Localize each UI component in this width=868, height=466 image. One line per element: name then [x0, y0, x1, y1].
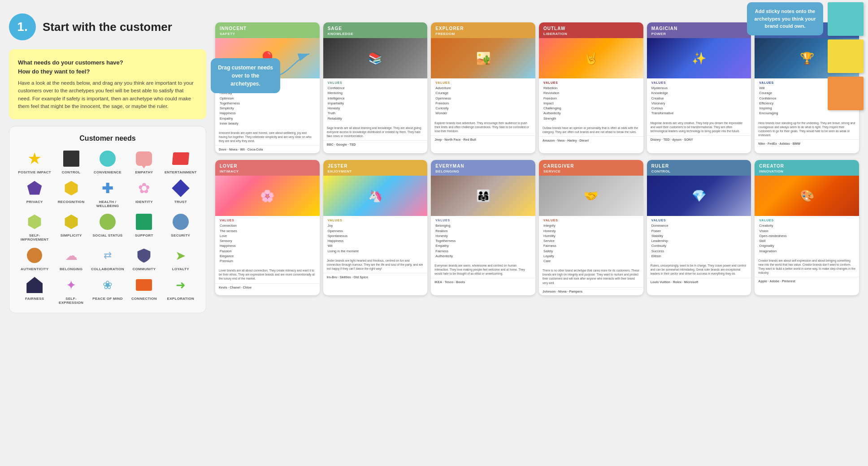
- need-community[interactable]: COMMUNITY: [127, 246, 161, 271]
- need-recognition[interactable]: RECOGNITION: [54, 179, 88, 208]
- need-label: IDENTITY: [135, 200, 153, 204]
- need-label: ENTERTAINMENT: [165, 170, 197, 174]
- need-loyalty[interactable]: ➤ LOYALTY: [164, 246, 198, 271]
- need-self-improvement[interactable]: SELF-IMPROVEMENT: [17, 212, 52, 242]
- need-control[interactable]: CONTROL: [54, 149, 88, 174]
- need-label: COLLABORATION: [91, 267, 124, 271]
- lover-description: Lover brands are all about connection. T…: [215, 266, 320, 283]
- sticky-note-yellow[interactable]: [828, 39, 864, 73]
- need-privacy[interactable]: PRIVACY: [17, 179, 52, 208]
- explorer-subtitle: FREEDOM: [435, 32, 531, 36]
- need-entertainment[interactable]: ENTERTAINMENT: [164, 149, 198, 174]
- sage-values-label: VALUES: [328, 81, 423, 84]
- need-label: HEALTH / WELLBEING: [91, 200, 125, 208]
- need-convenience[interactable]: CONVENIENCE: [91, 149, 125, 174]
- outlaw-description: Outlaw brands have an opinion or persona…: [539, 124, 643, 136]
- archetype-caregiver[interactable]: CAREGIVER SERVICE 🤝 VALUES Integrity Hon…: [539, 160, 643, 295]
- need-label: CONVENIENCE: [94, 170, 122, 174]
- hexagon-yellow-icon: [63, 180, 79, 196]
- sticky-note-teal[interactable]: [828, 2, 864, 36]
- need-health[interactable]: ✚ HEALTH / WELLBEING: [91, 179, 125, 208]
- hexagon-green-icon: [26, 214, 43, 230]
- step-number: 1.: [9, 13, 36, 40]
- everyman-values-label: VALUES: [435, 219, 531, 222]
- outlaw-image: 🤘: [539, 38, 643, 78]
- need-label: RECOGNITION: [58, 200, 85, 204]
- cloud-icon: ☁: [65, 248, 78, 263]
- need-belonging[interactable]: ☁ BELONGING: [54, 246, 88, 271]
- hexagon-yellow2-icon: [63, 214, 79, 230]
- caregiver-description: There is no other brand archetype that c…: [539, 266, 643, 287]
- circle-blue-icon: [173, 214, 189, 230]
- bottom-archetypes-row: LOVER INTIMACY 🌸 VALUES Connection The s…: [215, 160, 859, 295]
- need-self-expression[interactable]: ✦ SELF-EXPRESSION: [54, 276, 88, 305]
- need-fairness[interactable]: FAIRNESS: [17, 276, 52, 305]
- archetype-sage[interactable]: SAGE KNOWLEDGE 📚 VALUES Confidence Mento…: [323, 22, 428, 153]
- ruler-values-label: VALUES: [651, 219, 747, 222]
- everyman-description: Everyman brands are warm, wholesome and …: [431, 261, 535, 278]
- cross-icon: ✚: [102, 181, 113, 196]
- need-security[interactable]: SECURITY: [164, 212, 198, 242]
- creator-subtitle: INNOVATION: [759, 169, 855, 173]
- everyman-values: VALUES Belonging Realism Honesty Togethe…: [431, 216, 535, 261]
- flower-blue-icon: ❀: [103, 278, 113, 292]
- need-simplicity[interactable]: SIMPLICITY: [54, 212, 88, 242]
- need-collaboration[interactable]: ⇄ COLLABORATION: [91, 246, 125, 271]
- add-sticky-callout: Add sticky notes onto the archetypes you…: [747, 2, 823, 35]
- sage-values: VALUES Confidence Mentoring Intelligence…: [323, 78, 428, 124]
- archetype-ruler[interactable]: RULER CONTROL 💎 VALUES Dominance Power S…: [647, 160, 751, 295]
- sticky-note-orange[interactable]: [828, 77, 864, 110]
- jester-subtitle: ENJOYMENT: [328, 169, 423, 173]
- jester-description: Jester brands are light-hearted and friv…: [323, 256, 428, 273]
- jester-brands: Irn-Bru · Skittles · Old Spice: [323, 273, 428, 281]
- need-label: SIMPLICITY: [61, 233, 82, 237]
- star-icon: ★: [27, 151, 42, 167]
- need-trust[interactable]: TRUST: [164, 179, 198, 208]
- archetype-explorer[interactable]: EXPLORER FREEDOM 🏜️ VALUES Adventure Cou…: [431, 22, 535, 153]
- need-exploration[interactable]: ➜ EXPLORATION: [164, 276, 198, 305]
- creator-description: Creator brands are about self-expression…: [755, 256, 859, 277]
- need-connection[interactable]: CONNECTION: [127, 276, 161, 305]
- need-peace-of-mind[interactable]: ❀ PEACE OF MIND: [91, 276, 125, 305]
- ruler-image: 💎: [647, 176, 751, 216]
- need-social-status[interactable]: SOCIAL STATUS: [91, 212, 125, 242]
- speech-bubble-icon: [136, 151, 152, 166]
- explorer-description: Explorer brands love adventure. They enc…: [431, 119, 535, 135]
- ruler-subtitle: CONTROL: [651, 169, 747, 173]
- explorer-image: 🏜️: [431, 38, 535, 78]
- square-green-icon: [136, 214, 152, 230]
- rectangle-icon: [172, 152, 189, 165]
- archetype-lover[interactable]: LOVER INTIMACY 🌸 VALUES Connection The s…: [215, 160, 320, 295]
- caregiver-title: CAREGIVER: [543, 164, 639, 168]
- need-positive-impact[interactable]: ★ POSITIVE IMPACT: [17, 149, 52, 174]
- arrow-right-icon: ➤: [175, 248, 186, 263]
- lover-image: 🌸: [215, 176, 320, 216]
- star-pink-icon: ✦: [66, 278, 76, 293]
- need-label: SOCIAL STATUS: [92, 233, 122, 237]
- need-authenticity[interactable]: AUTHENTICITY: [17, 246, 52, 271]
- creator-values-label: VALUES: [759, 219, 855, 222]
- sage-description: Sage brands are all about learning and k…: [323, 124, 428, 140]
- need-identity[interactable]: ✿ IDENTITY: [127, 179, 161, 208]
- explorer-values-label: VALUES: [435, 81, 531, 84]
- outlaw-title: OUTLAW: [543, 26, 639, 31]
- need-label: CONTROL: [62, 170, 81, 174]
- need-label: CONNECTION: [131, 297, 157, 301]
- need-label: SECURITY: [171, 233, 190, 237]
- creator-brands: Apple · Adobe · Pinterest: [755, 277, 859, 285]
- archetype-magician[interactable]: MAGICIAN POWER ✨ VALUES Mysterious Knowl…: [647, 22, 751, 153]
- innocent-description: Innocent brands are open and honest, car…: [215, 129, 320, 145]
- need-label: FAIRNESS: [25, 297, 44, 301]
- hero-description: Hero brands love standing up for the und…: [755, 119, 859, 139]
- archetype-everyman[interactable]: EVERYMAN BELONGING 👨‍👩‍👧 VALUES Belongin…: [431, 160, 535, 295]
- archetype-creator[interactable]: CREATOR INNOVATION 🎨 VALUES Creativity V…: [755, 160, 859, 295]
- archetype-jester[interactable]: JESTER ENJOYMENT 🦄 VALUES Joy Openness S…: [323, 160, 428, 295]
- square-icon: [63, 151, 79, 167]
- need-label: EXPLORATION: [167, 297, 195, 301]
- need-empathy[interactable]: EMPATHY: [127, 149, 161, 174]
- need-support[interactable]: SUPPORT: [127, 212, 161, 242]
- caregiver-values-label: VALUES: [543, 219, 639, 222]
- needs-grid: ★ POSITIVE IMPACT CONTROL CONVENIENCE: [17, 149, 198, 305]
- magician-title: MAGICIAN: [651, 26, 747, 31]
- archetype-outlaw[interactable]: OUTLAW LIBERATION 🤘 VALUES Rebellion Rev…: [539, 22, 643, 153]
